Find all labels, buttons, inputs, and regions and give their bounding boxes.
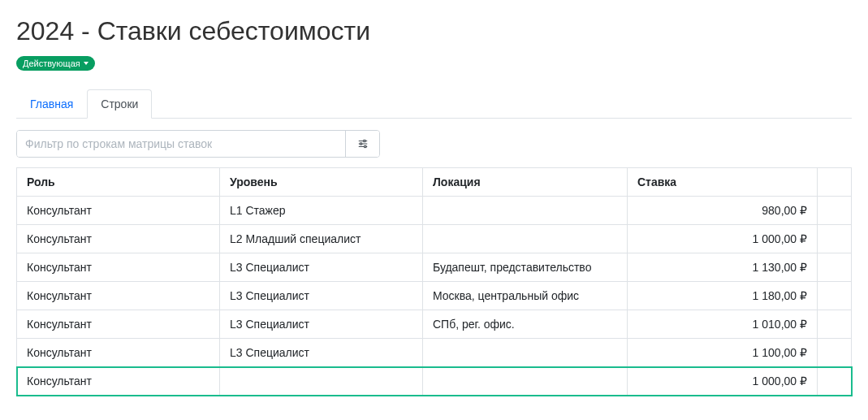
cell-rate: 1 010,00 ₽ <box>628 310 818 339</box>
cell-actions <box>818 282 852 310</box>
tab-rows[interactable]: Строки <box>87 89 152 119</box>
cell-level: L3 Специалист <box>220 282 423 310</box>
cell-location <box>423 225 628 253</box>
page-title: 2024 - Ставки себестоимости <box>16 16 852 46</box>
cell-actions <box>818 225 852 253</box>
cell-location: Будапешт, представительство <box>423 253 628 282</box>
cell-actions <box>818 367 852 396</box>
cell-role: Консультант <box>17 253 220 282</box>
cell-role: Консультант <box>17 197 220 225</box>
tab-main[interactable]: Главная <box>16 89 87 119</box>
sliders-icon <box>357 138 369 149</box>
filter-input[interactable] <box>17 131 345 157</box>
cell-rate: 1 180,00 ₽ <box>628 282 818 310</box>
cell-location: СПб, рег. офис. <box>423 310 628 339</box>
cell-role: Консультант <box>17 367 220 396</box>
table-row[interactable]: Консультант1 000,00 ₽ <box>17 367 852 396</box>
cell-level: L2 Младший специалист <box>220 225 423 253</box>
cell-location <box>423 197 628 225</box>
table-row[interactable]: КонсультантL3 Специалист1 100,00 ₽ <box>17 339 852 367</box>
cell-level: L3 Специалист <box>220 253 423 282</box>
header-role[interactable]: Роль <box>17 168 220 197</box>
cell-rate: 980,00 ₽ <box>628 197 818 225</box>
cell-level: L1 Стажер <box>220 197 423 225</box>
cell-rate: 1 000,00 ₽ <box>628 225 818 253</box>
table-row[interactable]: КонсультантL3 СпециалистМосква, централь… <box>17 282 852 310</box>
cell-rate: 1 100,00 ₽ <box>628 339 818 367</box>
cell-level: L3 Специалист <box>220 339 423 367</box>
cell-level: L3 Специалист <box>220 310 423 339</box>
svg-rect-3 <box>363 140 365 141</box>
filter-settings-button[interactable] <box>345 131 379 157</box>
cell-location <box>423 339 628 367</box>
cell-actions <box>818 339 852 367</box>
cell-location <box>423 367 628 396</box>
status-badge[interactable]: Действующая <box>16 56 95 71</box>
cell-actions <box>818 310 852 339</box>
cell-role: Консультант <box>17 339 220 367</box>
header-location[interactable]: Локация <box>423 168 628 197</box>
cell-actions <box>818 197 852 225</box>
header-level[interactable]: Уровень <box>220 168 423 197</box>
cell-location: Москва, центральный офис <box>423 282 628 310</box>
table-row[interactable]: КонсультантL3 СпециалистБудапешт, предст… <box>17 253 852 282</box>
table-row[interactable]: КонсультантL3 СпециалистСПб, рег. офис.1… <box>17 310 852 339</box>
table-row[interactable]: КонсультантL2 Младший специалист1 000,00… <box>17 225 852 253</box>
svg-rect-4 <box>360 143 361 145</box>
cell-role: Консультант <box>17 225 220 253</box>
chevron-down-icon <box>84 62 89 65</box>
cell-level <box>220 367 423 396</box>
table-header-row: Роль Уровень Локация Ставка <box>17 168 852 197</box>
cell-role: Консультант <box>17 310 220 339</box>
filter-bar <box>16 130 380 158</box>
svg-rect-5 <box>364 145 365 147</box>
header-rate[interactable]: Ставка <box>628 168 818 197</box>
rates-table: Роль Уровень Локация Ставка КонсультантL… <box>16 167 852 396</box>
cell-rate: 1 130,00 ₽ <box>628 253 818 282</box>
tabs: Главная Строки <box>16 89 852 119</box>
cell-role: Консультант <box>17 282 220 310</box>
cell-rate: 1 000,00 ₽ <box>628 367 818 396</box>
cell-actions <box>818 253 852 282</box>
status-label: Действующая <box>23 58 80 69</box>
table-row[interactable]: КонсультантL1 Стажер980,00 ₽ <box>17 197 852 225</box>
header-actions <box>818 168 852 197</box>
